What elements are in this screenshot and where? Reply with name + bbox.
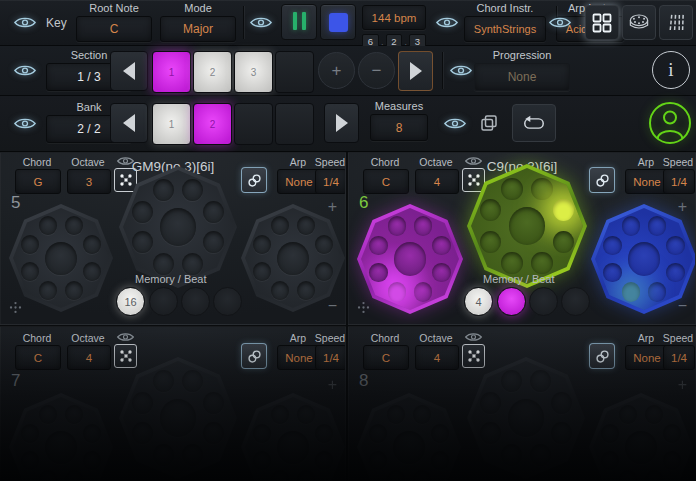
bank-next-button[interactable] — [324, 103, 359, 143]
link-button[interactable] — [589, 343, 615, 369]
octagon-note-pad[interactable] — [132, 422, 153, 444]
octagon-note-pad[interactable] — [551, 422, 572, 444]
octagon-note-pad[interactable] — [132, 201, 153, 223]
octagon-note-pad[interactable] — [65, 281, 83, 300]
bank-pad-1[interactable]: 1 — [152, 103, 191, 145]
section-visibility-eye-icon[interactable] — [14, 64, 36, 77]
octagon-note-pad[interactable] — [83, 262, 101, 281]
chord-octagon-magenta[interactable] — [357, 204, 463, 314]
profile-button[interactable] — [648, 101, 692, 145]
section-pad-3[interactable]: 3 — [234, 51, 273, 93]
chord-octagon-3[interactable] — [241, 393, 345, 481]
section-next-button[interactable] — [398, 51, 433, 91]
mode-select[interactable]: Major — [160, 16, 236, 42]
octagon-center-pad[interactable] — [625, 431, 657, 464]
octagon-note-pad[interactable] — [182, 444, 203, 466]
octagon-center-pad[interactable] — [160, 399, 196, 437]
panel-eye-icon[interactable] — [465, 332, 482, 342]
speed-select[interactable]: 1/4 — [663, 345, 695, 370]
octagon-note-pad[interactable] — [531, 178, 552, 200]
octagon-note-pad[interactable] — [39, 470, 57, 481]
octagon-note-pad[interactable] — [553, 231, 574, 253]
octagon-note-pad[interactable] — [501, 178, 522, 200]
bpm-button[interactable]: 144 bpm — [362, 5, 426, 30]
octagon-note-pad[interactable] — [182, 179, 203, 201]
section-pad-4[interactable] — [275, 51, 314, 93]
octagon-note-pad[interactable] — [253, 451, 271, 470]
chord-octagon-1[interactable] — [9, 393, 113, 481]
octagon-note-pad[interactable] — [501, 252, 522, 274]
section-remove-button[interactable]: − — [358, 52, 395, 89]
octagon-note-pad[interactable] — [315, 262, 333, 281]
octagon-note-pad[interactable] — [83, 235, 101, 254]
octagon-note-pad[interactable] — [182, 370, 203, 392]
octagon-note-pad[interactable] — [153, 444, 174, 466]
octagon-note-pad[interactable] — [622, 216, 641, 235]
section-pad-1[interactable]: 1 — [152, 51, 191, 93]
octagon-note-pad[interactable] — [271, 405, 289, 424]
octagon-note-pad[interactable] — [388, 282, 407, 301]
memory-slot-1[interactable]: 4 — [464, 287, 493, 316]
octagon-note-pad[interactable] — [271, 470, 289, 481]
octagon-note-pad[interactable] — [648, 216, 667, 235]
section-add-button[interactable]: + — [318, 52, 355, 89]
octagon-note-pad[interactable] — [369, 263, 388, 282]
octagon-note-pad[interactable] — [530, 370, 551, 392]
octagon-note-pad[interactable] — [315, 424, 333, 443]
octagon-note-pad[interactable] — [645, 405, 663, 424]
octagon-note-pad[interactable] — [21, 262, 39, 281]
chord-octagon-3[interactable] — [589, 393, 693, 481]
chord-octagon-2[interactable] — [119, 166, 237, 288]
chord-instr-select[interactable]: SynthStrings — [464, 16, 546, 42]
bank-tools-visibility-eye-icon[interactable] — [444, 117, 466, 130]
memory-slot-2[interactable] — [149, 287, 178, 316]
octagon-center-pad[interactable] — [628, 242, 660, 276]
octagon-note-pad[interactable] — [65, 470, 83, 481]
octagon-note-pad[interactable] — [369, 236, 388, 255]
octagon-note-pad[interactable] — [414, 216, 433, 235]
octagon-note-pad[interactable] — [203, 231, 224, 253]
measures-value[interactable]: 8 — [370, 114, 428, 141]
octagon-note-pad[interactable] — [39, 216, 57, 235]
loop-button[interactable] — [512, 104, 556, 142]
octagon-note-pad[interactable] — [369, 424, 387, 443]
octagon-note-pad[interactable] — [553, 199, 574, 221]
bank-prev-button[interactable] — [110, 103, 148, 143]
octagon-note-pad[interactable] — [432, 236, 451, 255]
octagon-note-pad[interactable] — [21, 424, 39, 443]
octagon-note-pad[interactable] — [666, 263, 685, 282]
octagon-note-pad[interactable] — [153, 253, 174, 275]
octagon-note-pad[interactable] — [297, 470, 315, 481]
octagon-note-pad[interactable] — [153, 370, 174, 392]
octagon-note-pad[interactable] — [480, 422, 501, 444]
chord-octagon-3[interactable] — [241, 204, 345, 312]
octagon-note-pad[interactable] — [203, 392, 224, 414]
octagon-note-pad[interactable] — [271, 216, 289, 235]
chord-octagon-green[interactable] — [467, 164, 587, 288]
octagon-note-pad[interactable] — [645, 470, 663, 481]
octagon-note-pad[interactable] — [663, 451, 681, 470]
octagon-note-pad[interactable] — [530, 444, 551, 466]
speed-select[interactable]: 1/4 — [315, 345, 346, 370]
octagon-note-pad[interactable] — [666, 236, 685, 255]
drum-pad-view-button[interactable] — [622, 5, 656, 40]
octagon-note-pad[interactable] — [369, 451, 387, 470]
root-note-select[interactable]: C — [76, 16, 152, 42]
chord-octagon-blue[interactable] — [591, 204, 696, 314]
chord-octagon-2[interactable] — [467, 357, 585, 479]
strings-view-button[interactable] — [659, 5, 693, 40]
octagon-note-pad[interactable] — [39, 405, 57, 424]
octagon-center-pad[interactable] — [160, 208, 196, 246]
octagon-note-pad[interactable] — [619, 470, 637, 481]
octagon-note-pad[interactable] — [153, 179, 174, 201]
octagon-note-pad[interactable] — [65, 216, 83, 235]
bank-visibility-eye-icon[interactable] — [14, 117, 36, 130]
section-prev-button[interactable] — [110, 51, 148, 91]
octagon-note-pad[interactable] — [297, 281, 315, 300]
memory-slot-3[interactable] — [181, 287, 210, 316]
bank-pad-2[interactable]: 2 — [193, 103, 232, 145]
grid-view-button[interactable] — [585, 5, 619, 40]
octagon-note-pad[interactable] — [387, 470, 405, 481]
octagon-center-pad[interactable] — [509, 207, 546, 245]
octagon-note-pad[interactable] — [480, 199, 501, 221]
